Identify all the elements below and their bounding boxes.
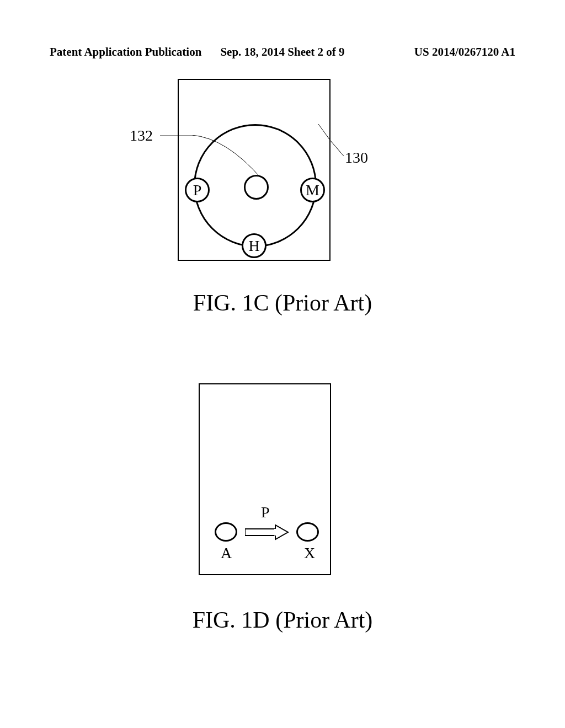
figure-1c-center-dot bbox=[244, 175, 269, 200]
figure-1c-option-m: M bbox=[300, 178, 325, 202]
header-date-sheet: Sep. 18, 2014 Sheet 2 of 9 bbox=[205, 45, 360, 59]
figure-1d-label-p: P bbox=[261, 504, 270, 521]
letter-h: H bbox=[248, 237, 259, 255]
figure-1d-container: P A X bbox=[199, 383, 331, 575]
figure-1d-arrow-icon bbox=[245, 524, 289, 540]
svg-rect-3 bbox=[274, 529, 277, 536]
figure-1c-caption: FIG. 1C (Prior Art) bbox=[0, 290, 565, 316]
figure-1c-option-p: P bbox=[185, 178, 210, 202]
svg-rect-1 bbox=[245, 529, 275, 536]
letter-m: M bbox=[306, 181, 319, 199]
figure-1d-point-a bbox=[215, 522, 237, 542]
letter-p: P bbox=[193, 181, 202, 199]
figure-1d-label-a: A bbox=[221, 544, 232, 562]
figure-1c-container: P M H bbox=[178, 79, 331, 261]
figure-1c-option-h: H bbox=[242, 233, 266, 258]
figure-1d-label-x: X bbox=[304, 544, 315, 562]
page-header: Patent Application Publication Sep. 18, … bbox=[0, 45, 565, 59]
reference-label-132: 132 bbox=[130, 127, 153, 144]
figure-1d-caption: FIG. 1D (Prior Art) bbox=[0, 607, 565, 633]
svg-marker-2 bbox=[275, 525, 288, 539]
reference-label-130: 130 bbox=[345, 149, 368, 167]
header-publication-type: Patent Application Publication bbox=[50, 45, 205, 59]
figure-1d-point-x bbox=[296, 522, 319, 542]
header-publication-number: US 2014/0267120 A1 bbox=[360, 45, 515, 59]
